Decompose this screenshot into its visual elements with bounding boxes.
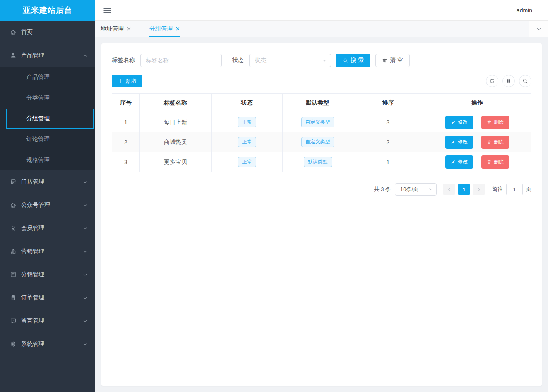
sidebar-item-products[interactable]: 产品管理 <box>0 44 95 67</box>
tab-label: 分组管理 <box>149 25 173 33</box>
page-size-value[interactable] <box>395 183 437 196</box>
status-field-label: 状态 <box>232 57 244 64</box>
cell-name: 更多宝贝 <box>140 152 212 172</box>
refresh-button[interactable] <box>486 75 498 87</box>
subitem-label: 规格管理 <box>26 156 50 164</box>
edit-button-label: 修改 <box>458 158 468 165</box>
delete-button[interactable]: 删除 <box>481 155 509 169</box>
sidebar-item-label: 留言管理 <box>21 317 44 325</box>
search-button[interactable]: 搜 索 <box>336 54 370 67</box>
search-icon <box>343 58 348 63</box>
cell-sort: 3 <box>353 112 423 132</box>
status-badge: 正常 <box>238 117 256 127</box>
delete-button[interactable]: 删除 <box>481 116 509 129</box>
table-tools <box>486 75 531 87</box>
home-icon <box>10 29 17 36</box>
sidebar-item-home[interactable]: 首页 <box>0 21 95 44</box>
status-select-input[interactable] <box>249 54 331 67</box>
trash-icon <box>487 140 492 145</box>
sidebar-item-members[interactable]: 会员管理 <box>0 217 95 240</box>
groups-table: 序号 标签名称 状态 默认类型 排序 操作 1 每日上新 正常 自定义类型 3 <box>112 93 531 172</box>
close-icon[interactable] <box>127 26 131 31</box>
table-row: 2 商城热卖 正常 自定义类型 2 修改 删除 <box>112 132 531 152</box>
status-select[interactable] <box>249 54 331 67</box>
pen-icon <box>451 140 456 145</box>
tab-address-manage[interactable]: 地址管理 <box>101 21 131 37</box>
plus-icon <box>118 79 123 84</box>
add-button[interactable]: 新增 <box>112 75 142 87</box>
bar-chart-icon <box>10 248 17 255</box>
type-badge: 自定义类型 <box>301 137 334 147</box>
page-size-select[interactable] <box>395 183 437 196</box>
table-row: 3 更多宝贝 正常 默认类型 1 修改 删除 <box>112 152 531 172</box>
edit-button-label: 修改 <box>458 119 468 126</box>
search-toggle-button[interactable] <box>519 75 531 87</box>
edit-button[interactable]: 修改 <box>445 116 473 129</box>
sidebar-item-marketing[interactable]: 营销管理 <box>0 240 95 263</box>
sidebar-subitem-category-manage[interactable]: 分类管理 <box>0 88 95 108</box>
close-icon[interactable] <box>175 26 180 31</box>
trash-icon <box>382 58 387 63</box>
type-badge: 自定义类型 <box>301 117 334 127</box>
sidebar-item-official-account[interactable]: 公众号管理 <box>0 194 95 217</box>
sidebar-item-system[interactable]: 系统管理 <box>0 332 95 356</box>
column-settings-button[interactable] <box>502 75 515 87</box>
sidebar-subitem-product-manage[interactable]: 产品管理 <box>0 67 95 88</box>
sidebar-item-label: 公众号管理 <box>21 201 50 209</box>
chevron-down-icon <box>82 179 88 185</box>
medal-icon <box>10 225 17 232</box>
total-count: 共 3 条 <box>374 186 391 193</box>
sidebar-subitem-comment-manage[interactable]: 评论管理 <box>0 129 95 150</box>
clear-button[interactable]: 清 空 <box>375 54 410 67</box>
delete-button[interactable]: 删除 <box>481 136 509 149</box>
next-page-button[interactable] <box>473 184 485 195</box>
trash-icon <box>487 120 492 125</box>
chevron-down-icon <box>82 249 88 254</box>
edit-button[interactable]: 修改 <box>445 155 473 169</box>
pen-icon <box>451 160 456 165</box>
tab-actions-dropdown[interactable] <box>529 21 548 37</box>
sidebar-item-label: 营销管理 <box>21 248 44 255</box>
col-header-actions: 操作 <box>423 94 531 112</box>
sidebar-subitem-group-manage[interactable]: 分组管理 <box>6 109 94 129</box>
edit-button[interactable]: 修改 <box>445 136 473 149</box>
prev-page-button[interactable] <box>443 184 455 195</box>
sidebar-item-distribution[interactable]: 分销管理 <box>0 263 95 286</box>
sidebar-subitem-spec-manage[interactable]: 规格管理 <box>0 150 95 170</box>
search-icon <box>522 78 528 84</box>
sidebar-item-label: 分销管理 <box>21 271 44 278</box>
col-header-index: 序号 <box>112 94 140 112</box>
grid-icon <box>506 79 511 84</box>
sidebar: 亚米建站后台 首页 产品管理 产品管理 分类管理 分组管理 评论管理 规格管理 … <box>0 0 95 392</box>
refresh-icon <box>489 78 495 84</box>
sidebar-item-label: 产品管理 <box>21 52 44 59</box>
sidebar-item-label: 会员管理 <box>21 225 44 232</box>
tag-name-input[interactable] <box>140 54 222 67</box>
tab-bar: 地址管理 分组管理 <box>95 21 548 37</box>
user-menu[interactable]: admin <box>517 7 532 14</box>
search-button-label: 搜 索 <box>351 57 364 64</box>
subitem-label: 分类管理 <box>26 94 50 102</box>
goto-page-input[interactable] <box>506 184 523 195</box>
cell-name: 每日上新 <box>140 112 212 132</box>
table-row: 1 每日上新 正常 自定义类型 3 修改 删除 <box>112 112 531 132</box>
chat-icon <box>10 318 17 324</box>
tab-label: 地址管理 <box>101 25 124 33</box>
page-number-1[interactable]: 1 <box>458 184 470 195</box>
sidebar-item-orders[interactable]: 订单管理 <box>0 286 95 309</box>
chevron-down-icon <box>82 318 88 324</box>
sidebar-item-messages[interactable]: 留言管理 <box>0 309 95 332</box>
hamburger-menu-icon[interactable] <box>103 6 112 15</box>
subitem-label: 产品管理 <box>26 74 50 81</box>
cell-sort: 2 <box>353 132 423 152</box>
subitem-label: 分组管理 <box>26 115 50 122</box>
content-area: 标签名称 状态 搜 索 <box>95 37 548 392</box>
user-icon <box>10 52 17 59</box>
pen-icon <box>451 120 456 125</box>
cell-index: 1 <box>112 112 140 132</box>
cell-index: 2 <box>112 132 140 152</box>
chevron-up-icon <box>82 53 88 58</box>
sidebar-item-stores[interactable]: 门店管理 <box>0 170 95 194</box>
status-badge: 正常 <box>238 157 256 167</box>
tab-group-manage[interactable]: 分组管理 <box>149 21 180 37</box>
